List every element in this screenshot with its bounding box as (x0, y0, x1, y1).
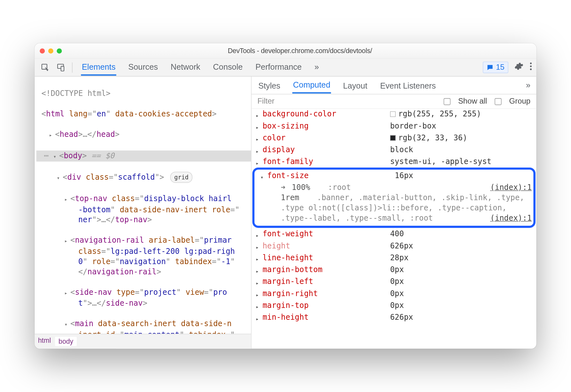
show-all-label: Show all (458, 97, 487, 106)
inspect-element-icon[interactable] (39, 61, 52, 73)
filter-input[interactable]: Filter (257, 97, 274, 106)
tab-elements[interactable]: Elements (81, 59, 116, 76)
zoom-window-button[interactable] (57, 48, 62, 53)
color-swatch-icon (390, 135, 395, 140)
styles-sidebar: Styles Computed Layout Event Listeners »… (252, 76, 536, 349)
more-options-icon[interactable] (529, 62, 532, 73)
crumb-body[interactable]: body (55, 337, 76, 346)
computed-filterbar: Filter Show all Group (252, 94, 536, 109)
svg-point-5 (530, 68, 532, 70)
font-size-detail-row-active[interactable]: ➜ 100% :root (index):1 (256, 182, 532, 192)
crumb-html[interactable]: html (38, 337, 51, 346)
svg-point-3 (530, 62, 532, 64)
breadcrumb: html body (35, 334, 251, 349)
main-toolbar: Elements Sources Network Console Perform… (35, 59, 536, 76)
svg-rect-2 (61, 66, 64, 71)
tab-console[interactable]: Console (212, 59, 244, 76)
sidebar-tabs: Styles Computed Layout Event Listeners » (252, 76, 536, 94)
goto-source-icon: ➜ (281, 183, 285, 192)
font-size-detail-row[interactable]: 1rem .banner, .material-button, .skip-li… (256, 192, 532, 223)
color-swatch-icon (390, 111, 395, 117)
highlighted-font-size-section: ▾font-size16px ➜ 100% :root (index):1 1r… (252, 168, 536, 228)
tab-sources[interactable]: Sources (128, 59, 159, 76)
window-titlebar: DevTools - developer.chrome.com/docs/dev… (35, 43, 536, 59)
settings-icon[interactable] (514, 62, 524, 73)
more-subtabs-icon[interactable]: » (526, 81, 530, 90)
show-all-checkbox[interactable] (444, 98, 450, 105)
svg-point-4 (530, 66, 532, 67)
tab-performance[interactable]: Performance (254, 59, 302, 76)
window-title: DevTools - developer.chrome.com/docs/dev… (69, 47, 531, 55)
group-label: Group (509, 97, 531, 106)
more-tabs-icon[interactable]: » (314, 59, 320, 76)
subtab-event-listeners[interactable]: Event Listeners (379, 78, 437, 93)
minimize-window-button[interactable] (48, 48, 53, 53)
panel-tabs: Elements Sources Network Console Perform… (81, 59, 320, 76)
computed-properties[interactable]: ▸background-colorrgb(255, 255, 255) ▸box… (252, 109, 536, 324)
tab-network[interactable]: Network (170, 59, 201, 76)
issues-badge[interactable]: 15 (483, 62, 508, 73)
issues-count: 15 (496, 63, 505, 72)
source-location-link[interactable]: (index):1 (490, 182, 532, 192)
source-location-link[interactable]: (index):1 (490, 213, 532, 223)
body-split: <!DOCTYPE html> <html lang="en" data-coo… (35, 76, 536, 349)
close-window-button[interactable] (40, 48, 45, 53)
traffic-lights (40, 48, 62, 53)
elements-panel: <!DOCTYPE html> <html lang="en" data-coo… (35, 76, 251, 349)
group-checkbox[interactable] (495, 98, 501, 105)
devtools-window: DevTools - developer.chrome.com/docs/dev… (35, 43, 536, 349)
dom-tree[interactable]: <!DOCTYPE html> <html lang="en" data-coo… (35, 76, 251, 334)
subtab-styles[interactable]: Styles (257, 78, 281, 93)
dom-selected-body[interactable]: ⋯ <body> == $0 (36, 151, 251, 162)
layout-pill-grid[interactable]: grid (170, 172, 192, 183)
dom-doctype: <!DOCTYPE html> (42, 89, 111, 98)
subtab-layout[interactable]: Layout (342, 78, 368, 93)
subtab-computed[interactable]: Computed (292, 77, 331, 94)
device-toolbar-icon[interactable] (54, 61, 67, 73)
